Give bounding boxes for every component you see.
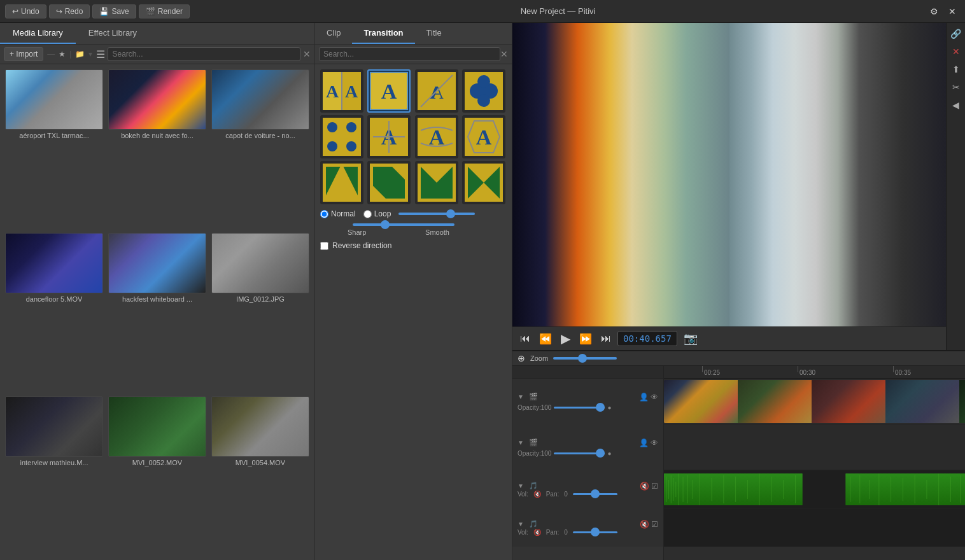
tab-effect-library[interactable]: Effect Library — [76, 23, 150, 44]
preview-panel: ⏮ ⏪ ▶ ⏩ ⏭ 00:40.657 📷 — [512, 23, 946, 350]
transition-item-8[interactable]: A — [462, 115, 505, 158]
ruler-spacer — [512, 366, 663, 379]
media-item-mvi54[interactable]: MVI_0054.MOV — [211, 396, 309, 555]
toolbar-sep2: | — [69, 50, 71, 59]
svg-point-15 — [477, 94, 490, 107]
transition-item-10[interactable] — [367, 161, 411, 204]
loop-radio-label[interactable]: Loop — [363, 209, 391, 218]
ruler-mark-35: 00:35 — [893, 366, 911, 379]
transition-item-1[interactable]: A A — [320, 69, 363, 113]
undo-button[interactable]: ↩ Undo — [5, 4, 46, 18]
media-item-mvi52[interactable]: MVI_0052.MOV — [108, 396, 206, 555]
render-button[interactable]: 🎬 Render — [139, 4, 190, 18]
library-menu-button[interactable]: ☰ — [96, 48, 105, 60]
track-icons-a1: 🔇 ☑ — [640, 482, 658, 491]
loop-slider[interactable] — [398, 213, 475, 215]
clip-v1-1[interactable] — [664, 380, 965, 423]
play-button[interactable]: ▶ — [558, 330, 573, 347]
media-label-bokeh: bokeh de nuit avec fo... — [108, 132, 206, 139]
track-icons-v1: 👤 👁 — [639, 393, 658, 402]
step-forward-button[interactable]: ⏩ — [577, 332, 595, 346]
track-v2-eye-icon[interactable]: 👁 — [651, 438, 658, 447]
track-a2-check[interactable]: ☑ — [651, 520, 658, 529]
normal-radio-label[interactable]: Normal — [320, 209, 356, 218]
tracks-body: 00:25 00:30 00:35 00:10 00:45 00:50 00:5… — [664, 366, 965, 560]
camera-button[interactable]: 📷 — [684, 332, 698, 346]
track-a1-mute[interactable]: 🔇 — [640, 482, 649, 491]
library-search-input[interactable] — [108, 47, 300, 61]
transition-icon-4 — [465, 72, 503, 110]
collapse-arrow-v1[interactable]: ▼ — [518, 393, 524, 400]
collapse-arrow-a2[interactable]: ▼ — [518, 521, 524, 528]
transition-item-9[interactable] — [320, 161, 363, 204]
track-headers: ▼ 🎬 👤 👁 Opacity:100 ● — [512, 366, 664, 560]
tab-transition[interactable]: Transition — [352, 23, 414, 44]
transition-search-input[interactable] — [319, 47, 500, 61]
transition-icon-6: A — [370, 118, 408, 156]
step-back-button[interactable]: ⏪ — [537, 332, 554, 346]
media-item-dance[interactable]: dancefloor 5.MOV — [5, 233, 103, 391]
collapse-arrow-a1[interactable]: ▼ — [518, 482, 524, 489]
sidebar-left-button[interactable]: ◀ — [950, 98, 961, 112]
close-button[interactable]: ✕ — [945, 5, 960, 18]
lib-toolbar: + Import — ★ | 📁 ▾ ☰ ✕ — [0, 45, 314, 64]
media-item-aeroport[interactable]: aéroport TXL tarmac... — [5, 69, 103, 228]
tab-title[interactable]: Title — [415, 23, 453, 44]
track-v1-user-icon[interactable]: 👤 — [639, 393, 649, 402]
preview-area — [512, 23, 946, 326]
sidebar-link-button[interactable]: 🔗 — [948, 27, 963, 41]
media-item-interview[interactable]: interview mathieu.M... — [5, 396, 103, 555]
transition-icon-2: A — [370, 72, 408, 110]
tab-clip[interactable]: Clip — [315, 23, 352, 44]
normal-radio[interactable] — [320, 210, 328, 218]
transition-item-4[interactable] — [462, 69, 505, 113]
track-a2-mute[interactable]: 🔇 — [640, 520, 649, 529]
transition-search-clear[interactable]: ✕ — [500, 49, 508, 59]
import-button[interactable]: + Import — [4, 47, 43, 61]
transition-icon-5 — [323, 118, 361, 156]
reverse-direction-checkbox[interactable] — [320, 242, 328, 250]
svg-text:A: A — [475, 125, 491, 149]
zoom-slider[interactable] — [553, 357, 617, 360]
media-item-bokeh[interactable]: bokeh de nuit avec fo... — [108, 69, 206, 228]
track-header-audio1: ▼ 🎵 🔇 ☑ Vol: 🔇 Pan: 0 — [512, 470, 664, 508]
pan-slider-a2[interactable] — [573, 531, 617, 533]
skip-to-end-button[interactable]: ⏭ — [598, 332, 614, 346]
track-v2-user-icon[interactable]: 👤 — [639, 438, 649, 447]
track-v1-eye-icon[interactable]: 👁 — [651, 393, 658, 402]
pan-slider-a1[interactable] — [573, 493, 617, 495]
media-item-img[interactable]: IMG_0012.JPG — [211, 233, 309, 391]
sidebar-delete-button[interactable]: ✕ — [950, 45, 962, 59]
sharp-smooth-labels: Sharp Smooth — [348, 228, 449, 236]
opacity-slider-v2[interactable] — [554, 452, 605, 454]
tab-media-library[interactable]: Media Library — [0, 23, 76, 44]
media-label-img: IMG_0012.JPG — [211, 295, 309, 303]
transition-item-12[interactable] — [462, 161, 505, 204]
sidebar-cut-button[interactable]: ✂ — [950, 80, 962, 94]
transition-item-6[interactable]: A — [367, 115, 411, 158]
track-a1-check[interactable]: ☑ — [651, 482, 658, 491]
transition-item-5[interactable] — [320, 115, 363, 158]
skip-to-start-button[interactable]: ⏮ — [518, 332, 533, 346]
redo-button[interactable]: ↪ Redo — [49, 4, 90, 18]
transition-item-2[interactable]: A — [367, 69, 411, 113]
track-header-audio2: ▼ 🎵 🔇 ☑ Vol: 🔇 Pan: 0 — [512, 508, 664, 547]
undo-label: Undo — [21, 7, 39, 16]
transition-item-3[interactable]: A — [415, 69, 458, 113]
track-opacity-v1: Opacity:100 ● — [518, 404, 658, 411]
sharpness-slider[interactable] — [353, 223, 454, 226]
transition-item-7[interactable]: A — [415, 115, 458, 158]
loop-radio[interactable] — [363, 210, 372, 218]
opacity-slider-v1[interactable] — [554, 407, 605, 409]
settings-button[interactable]: ⚙ — [926, 5, 942, 18]
time-display[interactable]: 00:40.657 — [617, 331, 677, 346]
library-search-clear[interactable]: ✕ — [303, 49, 311, 59]
collapse-arrow-v2[interactable]: ▼ — [518, 439, 524, 446]
media-item-hackfest[interactable]: hackfest whiteboard ... — [108, 233, 206, 391]
media-item-capot[interactable]: capot de voiture - no... — [211, 69, 309, 228]
sharpness-slider-row — [320, 223, 507, 226]
sidebar-up-button[interactable]: ⬆ — [950, 62, 962, 76]
media-label-capot: capot de voiture - no... — [211, 132, 309, 139]
save-button[interactable]: 💾 Save — [92, 4, 136, 18]
transition-item-11[interactable] — [415, 161, 458, 204]
